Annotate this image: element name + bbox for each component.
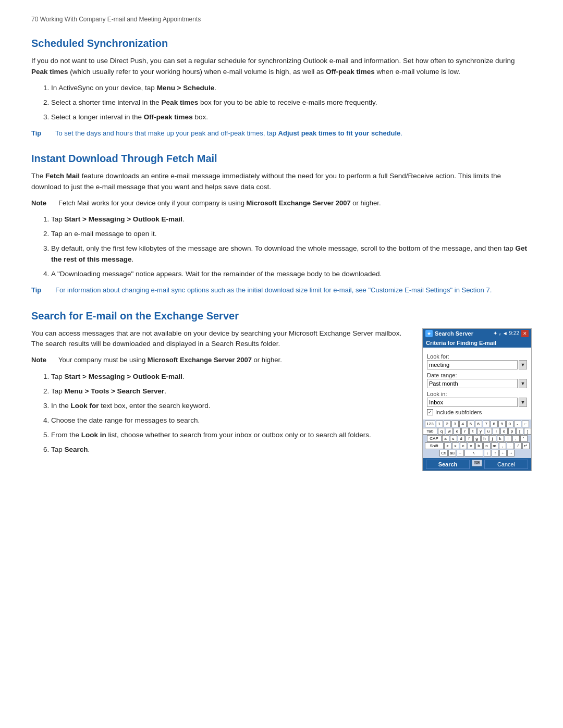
kb-key[interactable]: 8 [491,421,498,427]
kb-key[interactable]: ; [512,435,520,442]
kb-key[interactable]: 4 [459,421,467,427]
kb-backslash[interactable]: \ [464,450,483,456]
look-for-dropdown[interactable]: ▼ [519,360,527,369]
kb-key[interactable]: 123 [425,421,435,427]
fetch-mail-intro: The Fetch Mail feature downloads an enti… [31,171,532,193]
kb-key[interactable]: j [489,435,496,442]
kb-key[interactable]: z [444,442,451,449]
list-item: A "Downloading message" notice appears. … [51,269,532,280]
kb-key[interactable]: i [493,428,500,435]
kb-key[interactable]: . [507,442,514,449]
kb-key[interactable]: q [438,428,445,435]
kb-key[interactable]: t [469,428,476,435]
kb-tab[interactable]: Tab [423,428,437,435]
look-in-input-row[interactable]: ▼ [427,398,527,407]
kb-key[interactable]: y [477,428,484,435]
kb-key[interactable]: 2 [444,421,451,427]
kb-key[interactable]: a [442,435,449,442]
list-item: Tap Search. [51,445,412,455]
kb-key[interactable]: 6 [475,421,482,427]
scheduled-sync-intro: If you do not want to use Direct Push, y… [31,56,532,78]
look-for-field: Look for: ▼ [427,353,527,369]
kb-left[interactable]: ← [499,450,507,456]
kb-shift[interactable]: Shift [425,442,444,449]
kb-right[interactable]: → [507,450,515,456]
page-header: 70 Working With Company E-mail and Meeti… [31,16,532,23]
kb-key[interactable]: u [485,428,492,435]
look-for-label: Look for: [427,353,527,360]
list-item: Select a shorter time interval in the Pe… [51,97,532,108]
keyboard-row-4: Shift z x c v b n m , . / ↵ [424,442,530,449]
look-in-input[interactable] [427,398,518,407]
kb-key[interactable]: ' [520,435,528,442]
kb-backspace[interactable]: ← [522,421,529,427]
date-range-input-row[interactable]: ▼ [427,379,527,388]
kb-key[interactable]: w [446,428,453,435]
app-icon: ★ [425,330,433,337]
kb-key[interactable]: g [473,435,481,442]
look-for-input[interactable] [427,360,518,369]
kb-key[interactable]: x [452,442,459,449]
include-subfolders-checkbox[interactable]: ✓ [427,409,433,415]
kb-key[interactable]: v [468,442,475,449]
kb-key[interactable]: o [500,428,508,435]
kb-key[interactable]: e [454,428,461,435]
kb-up[interactable]: ↑ [492,450,499,456]
kb-key[interactable]: l [505,435,512,442]
kb-accent[interactable]: àü [448,450,456,456]
look-for-input-row[interactable]: ▼ [427,360,527,369]
keyboard-icon: ⌨ [472,460,482,466]
phone-search-button[interactable]: Search [426,460,470,469]
kb-key[interactable]: 3 [451,421,459,427]
kb-key[interactable]: [ [516,428,523,435]
criteria-header: Criteria for Finding E-mail [423,338,531,348]
kb-key[interactable]: d [458,435,465,442]
date-range-dropdown[interactable]: ▼ [519,379,527,388]
look-in-dropdown[interactable]: ▼ [519,398,527,407]
kb-key[interactable]: k [497,435,504,442]
phone-titlebar: ★ Search Server ✦ ᵧ ◄ 9:22 ✕ [423,329,531,338]
phone-cancel-button[interactable]: Cancel [484,460,528,469]
look-in-field: Look in: ▼ [427,391,527,407]
date-range-input[interactable] [427,379,518,388]
kb-key[interactable]: 0 [506,421,513,427]
kb-key[interactable]: / [515,442,522,449]
kb-key[interactable]: 7 [483,421,490,427]
date-range-label: Date range: [427,372,527,378]
kb-key[interactable]: 9 [498,421,506,427]
kb-key[interactable]: 5 [467,421,474,427]
tip-label: Tip [31,128,50,139]
kb-key[interactable]: b [475,442,483,449]
keyboard-row-2: Tab q w e r t y u i o p [ ] [424,428,530,435]
list-item: In ActiveSync on your device, tap Menu >… [51,83,532,94]
kb-key[interactable]: h [481,435,488,442]
kb-key[interactable]: , [499,442,506,449]
kb-key[interactable]: n [483,442,491,449]
kb-key[interactable]: ] [524,428,531,435]
close-button[interactable]: ✕ [521,330,529,337]
phone-body: Look for: ▼ Date range: ▼ Look in: ▼ [423,348,531,419]
kb-ctrl[interactable]: Ctl [439,450,448,456]
scheduled-sync-tip: Tip To set the days and hours that make … [31,128,532,139]
kb-key[interactable]: m [491,442,498,449]
note-label: Note [31,198,53,208]
note-label: Note [31,355,53,365]
keyboard-row-5: Ctl àü ~ \ ↓ ↑ ← → [424,450,530,456]
include-subfolders-row[interactable]: ✓ Include subfolders [427,409,527,415]
kb-key[interactable]: c [460,442,467,449]
kb-tilde[interactable]: ~ [457,450,464,456]
kb-key[interactable]: f [466,435,473,442]
kb-down[interactable]: ↓ [484,450,491,456]
kb-key[interactable]: s [450,435,457,442]
look-in-label: Look in: [427,391,527,397]
note-text: Your company must be using Microsoft Exc… [58,355,282,365]
search-section-text: You can access messages that are not ava… [31,328,412,461]
kb-key[interactable]: - [514,421,521,427]
kb-key[interactable]: 1 [436,421,443,427]
kb-key[interactable]: p [508,428,516,435]
list-item: Tap Start > Messaging > Outlook E-mail. [51,372,412,382]
kb-enter[interactable]: ↵ [522,442,530,449]
fetch-mail-steps: Tap Start > Messaging > Outlook E-mail. … [51,214,532,280]
kb-caps[interactable]: CAP [427,435,442,442]
kb-key[interactable]: r [461,428,469,435]
